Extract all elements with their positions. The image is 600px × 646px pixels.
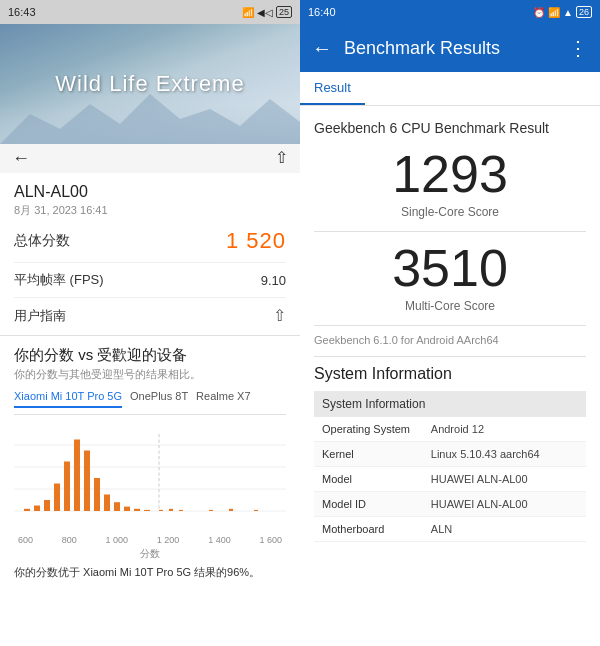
svg-rect-14 (114, 502, 120, 511)
chart-label-1600: 1 600 (259, 535, 282, 545)
tab-realme[interactable]: Realme X7 (196, 390, 250, 408)
table-row: Model IDHUAWEI ALN-AL00 (314, 492, 586, 517)
chart-label-1200: 1 200 (157, 535, 180, 545)
right-status-bar: 16:40 ⏰ 📶 ▲ 26 (300, 0, 600, 24)
left-panel: 16:43 📶 ◀◁ 25 Wild Life Extreme ← ⇧ ALN-… (0, 0, 300, 646)
multi-core-label: Multi-Core Score (314, 299, 586, 313)
single-core-label: Single-Core Score (314, 205, 586, 219)
sys-key: Model (314, 467, 423, 492)
table-row: MotherboardALN (314, 517, 586, 542)
svg-rect-7 (44, 500, 50, 511)
total-score-row: 总体分数 1 520 (14, 228, 286, 263)
sys-value: HUAWEI ALN-AL00 (423, 492, 586, 517)
svg-rect-12 (94, 478, 100, 511)
left-info-card: ALN-AL00 8月 31, 2023 16:41 总体分数 1 520 平均… (0, 173, 300, 336)
result-tab-container: Result (300, 72, 600, 106)
svg-rect-9 (64, 462, 70, 512)
svg-rect-15 (124, 507, 130, 511)
left-hero: Wild Life Extreme (0, 24, 300, 144)
geekbench-version: Geekbench 6.1.0 for Android AArch64 (314, 334, 586, 346)
left-wifi-icon: 📶 (242, 7, 254, 18)
comparison-footer: 你的分数优于 Xiaomi Mi 10T Pro 5G 结果的96%。 (14, 565, 286, 580)
right-panel: 16:40 ⏰ 📶 ▲ 26 ← Benchmark Results ⋮ Res… (300, 0, 600, 646)
svg-rect-17 (144, 510, 150, 511)
svg-rect-6 (34, 506, 40, 512)
svg-rect-13 (104, 495, 110, 512)
right-toolbar: ← Benchmark Results ⋮ (300, 24, 600, 72)
left-time: 16:43 (8, 6, 36, 18)
svg-marker-0 (0, 94, 300, 144)
multi-score-block: 3510 Multi-Core Score (314, 240, 586, 313)
chart-label-1400: 1 400 (208, 535, 231, 545)
comparison-section: 你的分数 vs 受歡迎的设备 你的分数与其他受迎型号的结果相比。 Xiaomi … (0, 336, 300, 646)
x-axis-label: 分数 (14, 547, 286, 561)
sys-value: HUAWEI ALN-AL00 (423, 467, 586, 492)
table-row: ModelHUAWEI ALN-AL00 (314, 467, 586, 492)
right-time: 16:40 (308, 6, 336, 18)
chart-label-800: 800 (62, 535, 77, 545)
chart-label-600: 600 (18, 535, 33, 545)
hero-title: Wild Life Extreme (55, 71, 244, 97)
sys-value: Android 12 (423, 417, 586, 442)
left-nav: ← ⇧ (0, 144, 300, 173)
right-alarm-icon: ⏰ (533, 7, 545, 18)
right-wifi-icon: 📶 (548, 7, 560, 18)
multi-core-score: 3510 (314, 240, 586, 297)
svg-rect-10 (74, 440, 80, 512)
device-name: ALN-AL00 (14, 183, 286, 201)
left-signal-icon: ◀◁ (257, 7, 273, 18)
guide-label: 用户指南 (14, 307, 66, 325)
svg-rect-16 (134, 509, 140, 511)
back-button[interactable]: ← (12, 148, 30, 169)
sys-value: Linux 5.10.43 aarch64 (423, 442, 586, 467)
right-toolbar-title: Benchmark Results (344, 38, 556, 59)
svg-rect-20 (179, 510, 183, 511)
left-battery-icon: 25 (276, 6, 292, 18)
sys-key: Kernel (314, 442, 423, 467)
right-back-button[interactable]: ← (312, 37, 332, 60)
tab-xiaomi[interactable]: Xiaomi Mi 10T Pro 5G (14, 390, 122, 408)
svg-rect-23 (254, 510, 258, 511)
comparison-subtitle: 你的分数与其他受迎型号的结果相比。 (14, 367, 286, 382)
svg-rect-18 (159, 510, 163, 511)
single-score-block: 1293 Single-Core Score (314, 146, 586, 219)
device-date: 8月 31, 2023 16:41 (14, 203, 286, 218)
right-battery-icon: 26 (576, 6, 592, 18)
system-info-table: System Information Operating SystemAndro… (314, 391, 586, 542)
sys-divider (314, 356, 586, 357)
right-menu-button[interactable]: ⋮ (568, 36, 588, 60)
total-score-value: 1 520 (226, 228, 286, 254)
table-row: KernelLinux 5.10.43 aarch64 (314, 442, 586, 467)
result-tab[interactable]: Result (300, 72, 365, 105)
sys-key: Motherboard (314, 517, 423, 542)
right-signal-icon: ▲ (563, 7, 573, 18)
fps-row: 平均帧率 (FPS) 9.10 (14, 263, 286, 298)
svg-rect-22 (229, 509, 233, 511)
right-content: Geekbench 6 CPU Benchmark Result 1293 Si… (300, 106, 600, 646)
single-core-score: 1293 (314, 146, 586, 203)
tab-oneplus[interactable]: OnePlus 8T (130, 390, 188, 408)
system-info-header: System Information (314, 365, 586, 383)
left-status-icons: 📶 ◀◁ 25 (242, 6, 292, 18)
sys-key: Operating System (314, 417, 423, 442)
svg-rect-8 (54, 484, 60, 512)
score-divider-1 (314, 231, 586, 232)
svg-rect-19 (169, 509, 173, 511)
score-divider-2 (314, 325, 586, 326)
sys-value: ALN (423, 517, 586, 542)
chart-label-1000: 1 000 (106, 535, 129, 545)
svg-rect-5 (24, 509, 30, 511)
guide-share-icon[interactable]: ⇧ (273, 306, 286, 325)
sys-table-header: System Information (314, 391, 586, 417)
right-status-icons: ⏰ 📶 ▲ 26 (533, 6, 592, 18)
share-button[interactable]: ⇧ (275, 148, 288, 169)
chart-labels: 600 800 1 000 1 200 1 400 1 600 (14, 533, 286, 547)
guide-row: 用户指南 ⇧ (14, 298, 286, 329)
sys-key: Model ID (314, 492, 423, 517)
chart-area (14, 423, 286, 533)
total-score-label: 总体分数 (14, 232, 70, 250)
comparison-title: 你的分数 vs 受歡迎的设备 (14, 346, 286, 365)
device-tabs: Xiaomi Mi 10T Pro 5G OnePlus 8T Realme X… (14, 390, 286, 415)
table-row: Operating SystemAndroid 12 (314, 417, 586, 442)
benchmark-section-title: Geekbench 6 CPU Benchmark Result (314, 120, 586, 136)
